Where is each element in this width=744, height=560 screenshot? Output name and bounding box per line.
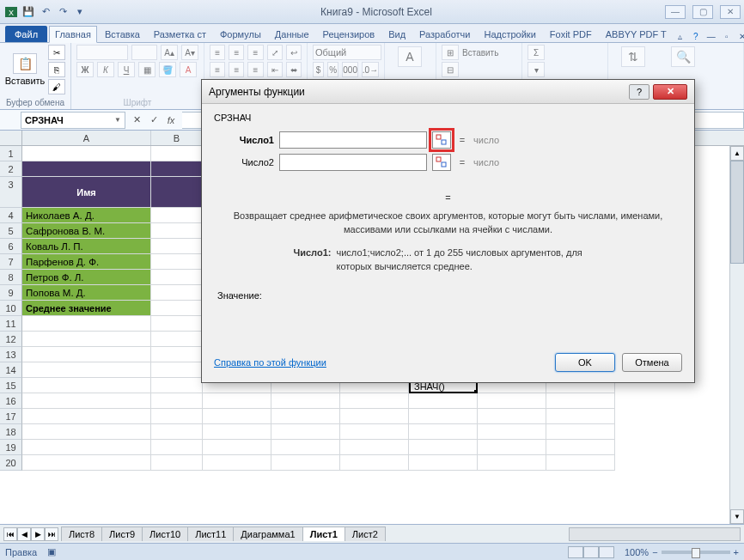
cell-G19[interactable] xyxy=(478,440,546,455)
save-icon[interactable]: 💾 xyxy=(21,4,36,20)
row-header-8[interactable]: 8 xyxy=(0,270,22,285)
row-header-19[interactable]: 19 xyxy=(0,440,22,455)
cell-B13[interactable] xyxy=(151,347,203,362)
cell-A15[interactable] xyxy=(22,378,151,393)
cell-B20[interactable] xyxy=(151,455,203,471)
align-left-icon[interactable]: ≡ xyxy=(210,62,225,77)
row-header-4[interactable]: 4 xyxy=(0,208,22,223)
find-select-button[interactable]: 🔍 xyxy=(663,45,703,69)
cell-C19[interactable] xyxy=(203,440,271,455)
row-header-12[interactable]: 12 xyxy=(0,332,22,347)
cell-H20[interactable] xyxy=(546,455,615,471)
cell-E18[interactable] xyxy=(340,424,409,440)
font-size-box[interactable] xyxy=(131,45,157,60)
currency-icon[interactable]: $ xyxy=(313,62,324,77)
name-box-dropdown-icon[interactable]: ▼ xyxy=(114,116,121,124)
sheet-tab-Лист8[interactable]: Лист8 xyxy=(61,527,102,541)
zoom-in-icon[interactable]: + xyxy=(734,547,739,557)
cell-C17[interactable] xyxy=(203,409,271,424)
row-header-5[interactable]: 5 xyxy=(0,223,22,239)
undo-icon[interactable]: ↶ xyxy=(38,4,53,20)
shrink-font-icon[interactable]: A▾ xyxy=(181,45,198,60)
cell-A19[interactable] xyxy=(22,440,151,455)
tab-addins[interactable]: Надстройки xyxy=(478,26,541,42)
cell-A20[interactable] xyxy=(22,455,151,471)
cell-F16[interactable] xyxy=(409,393,478,409)
cell-H18[interactable] xyxy=(546,424,615,440)
cell-A17[interactable] xyxy=(22,409,151,424)
merge-icon[interactable]: ⬌ xyxy=(286,62,302,77)
cell-G20[interactable] xyxy=(478,455,546,471)
tab-file[interactable]: Файл xyxy=(5,26,47,42)
cancel-button[interactable]: Отмена xyxy=(622,353,682,372)
cell-B5[interactable] xyxy=(151,223,203,239)
sort-filter-button[interactable]: ⇅ xyxy=(613,45,653,69)
cell-A5[interactable]: Сафронова В. М. xyxy=(22,223,151,239)
function-help-link[interactable]: Справка по этой функции xyxy=(214,357,326,368)
styles-button[interactable]: A xyxy=(390,45,430,69)
cell-A16[interactable] xyxy=(22,393,151,409)
row-header-20[interactable]: 20 xyxy=(0,455,22,471)
cell-D19[interactable] xyxy=(271,440,340,455)
cell-A10[interactable]: Среднее значение xyxy=(22,301,151,316)
cell-A3[interactable]: Имя xyxy=(22,177,151,208)
cell-A18[interactable] xyxy=(22,424,151,440)
align-bot-icon[interactable]: ≡ xyxy=(247,45,263,60)
dialog-help-button[interactable]: ? xyxy=(629,84,649,100)
cell-B6[interactable] xyxy=(151,239,203,254)
cell-B17[interactable] xyxy=(151,409,203,424)
cell-B11[interactable] xyxy=(151,316,203,332)
cell-B19[interactable] xyxy=(151,440,203,455)
scroll-down-icon[interactable]: ▼ xyxy=(730,509,744,524)
cell-B2[interactable] xyxy=(151,161,203,177)
row-header-9[interactable]: 9 xyxy=(0,285,22,301)
cut-icon[interactable]: ✂ xyxy=(48,45,65,60)
cell-G16[interactable] xyxy=(478,393,546,409)
cell-B14[interactable] xyxy=(151,362,203,378)
cell-B9[interactable] xyxy=(151,285,203,301)
indent-dec-icon[interactable]: ⇤ xyxy=(267,62,283,77)
cell-C20[interactable] xyxy=(203,455,271,471)
sheet-prev-icon[interactable]: ◀ xyxy=(17,527,31,541)
zoom-level[interactable]: 100% xyxy=(625,547,649,557)
italic-icon[interactable]: К xyxy=(97,62,114,77)
comma-icon[interactable]: 000 xyxy=(342,62,358,77)
cell-B1[interactable] xyxy=(151,146,203,161)
format-painter-icon[interactable]: 🖌 xyxy=(48,79,65,94)
cell-E20[interactable] xyxy=(340,455,409,471)
sheet-tab-Лист10[interactable]: Лист10 xyxy=(142,527,188,541)
orientation-icon[interactable]: ⤢ xyxy=(267,45,283,60)
row-header-3[interactable]: 3 xyxy=(0,177,22,208)
cell-A8[interactable]: Петров Ф. Л. xyxy=(22,270,151,285)
cell-A2[interactable] xyxy=(22,161,151,177)
workbook-restore-icon[interactable]: ▫ xyxy=(721,30,733,42)
tab-data[interactable]: Данные xyxy=(269,26,315,42)
cell-D17[interactable] xyxy=(271,409,340,424)
cell-E17[interactable] xyxy=(340,409,409,424)
sheet-tab-Лист11[interactable]: Лист11 xyxy=(187,527,234,541)
cancel-formula-icon[interactable]: ✕ xyxy=(129,113,144,128)
delete-cells-icon[interactable]: ⊟ xyxy=(442,62,459,77)
arg1-range-selector[interactable] xyxy=(432,131,451,149)
row-header-18[interactable]: 18 xyxy=(0,424,22,440)
tab-view[interactable]: Вид xyxy=(382,26,412,42)
row-header-2[interactable]: 2 xyxy=(0,161,22,177)
cell-A9[interactable]: Попова М. Д. xyxy=(22,285,151,301)
ribbon-minimize-icon[interactable]: ▵ xyxy=(674,30,686,42)
cell-C18[interactable] xyxy=(203,424,271,440)
cell-A12[interactable] xyxy=(22,332,151,347)
row-header-13[interactable]: 13 xyxy=(0,347,22,362)
sheet-last-icon[interactable]: ⏭ xyxy=(45,527,58,541)
cell-B15[interactable] xyxy=(151,378,203,393)
cell-A6[interactable]: Коваль Л. П. xyxy=(22,239,151,254)
cell-B4[interactable] xyxy=(151,208,203,223)
cell-D18[interactable] xyxy=(271,424,340,440)
workbook-minimize-icon[interactable]: — xyxy=(705,30,717,42)
cell-B16[interactable] xyxy=(151,393,203,409)
name-box[interactable]: СРЗНАЧ▼ xyxy=(21,112,125,129)
paste-button[interactable]: 📋 Вставить xyxy=(5,52,45,88)
cell-A7[interactable]: Парфенов Д. Ф. xyxy=(22,254,151,270)
percent-icon[interactable]: % xyxy=(327,62,338,77)
row-header-16[interactable]: 16 xyxy=(0,393,22,409)
align-top-icon[interactable]: ≡ xyxy=(210,45,225,60)
